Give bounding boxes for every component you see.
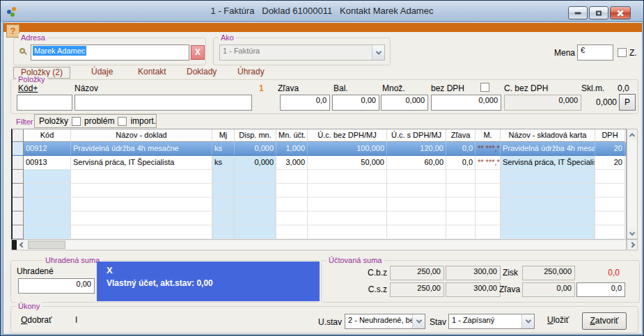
maximize-button[interactable] bbox=[589, 6, 608, 19]
ukony-legend: Úkony bbox=[16, 302, 42, 310]
col-dph[interactable]: DPH bbox=[595, 129, 625, 142]
stav-dropdown-button[interactable] bbox=[521, 314, 534, 328]
col-uc-s-dph[interactable]: Ú.c. s DPH/MJ bbox=[387, 129, 446, 142]
cell-s: 120,00 bbox=[387, 142, 446, 156]
account-x-label: X bbox=[107, 265, 310, 275]
cbz-label: C.b.z bbox=[362, 268, 387, 278]
cell-mj: ks bbox=[212, 142, 235, 156]
mnoz-input[interactable]: 0,000 bbox=[381, 95, 428, 111]
help-button[interactable]: ? bbox=[6, 24, 19, 38]
zisk-label: Zisk bbox=[503, 268, 518, 278]
bezdph-input[interactable]: 0,000 bbox=[431, 95, 501, 111]
tab-uhrady[interactable]: Úhrady bbox=[237, 67, 265, 79]
ulozit-button[interactable]: Uložiť bbox=[547, 315, 569, 325]
splitter-handle[interactable] bbox=[12, 240, 17, 250]
scroll-up-button[interactable] bbox=[627, 129, 637, 140]
cbz-value-1: 250,00 bbox=[390, 266, 444, 280]
window-title: 1 - Faktúra Doklad 61000011 Kontakt Mare… bbox=[1, 6, 643, 16]
minimize-button[interactable] bbox=[568, 6, 588, 19]
table-row-empty[interactable] bbox=[13, 184, 626, 198]
table-header-row: Kód Názov - doklad Mj Disp. mn. Mn. účt.… bbox=[13, 129, 626, 142]
chevron-down-icon bbox=[629, 230, 635, 235]
uhradene-label: Uhradené bbox=[17, 266, 54, 276]
col-uc-bez-dph[interactable]: Ú.c. bez DPH/MJ bbox=[308, 129, 387, 142]
uhradena-legend: Uhradená suma bbox=[43, 256, 102, 264]
zatvorit-button[interactable]: Zatvoriť bbox=[582, 312, 627, 330]
cbezdph-input: 0,000 bbox=[504, 95, 581, 111]
row-selector[interactable] bbox=[13, 156, 24, 170]
z-checkbox[interactable] bbox=[618, 48, 627, 57]
table-row-empty[interactable] bbox=[13, 225, 626, 239]
bezdph-label: bez DPH bbox=[431, 83, 464, 93]
ako-value: 1 - Faktúra bbox=[220, 45, 372, 60]
problem-checkbox[interactable] bbox=[72, 117, 81, 126]
accent-bar bbox=[3, 23, 642, 32]
ako-select[interactable]: 1 - Faktúra bbox=[219, 45, 385, 61]
table-row-empty[interactable] bbox=[13, 170, 626, 184]
bal-input[interactable]: 0,00 bbox=[332, 95, 379, 111]
zlava-edit-input[interactable]: 0,0 bbox=[576, 282, 625, 297]
tab-kontakt[interactable]: Kontakt bbox=[138, 67, 166, 79]
col-nazov-skladova[interactable]: Názov - skladová karta bbox=[501, 129, 595, 142]
row-selector[interactable] bbox=[13, 142, 24, 156]
col-disp-mn[interactable]: Disp. mn. bbox=[235, 129, 276, 142]
mena-input[interactable]: € bbox=[577, 45, 613, 61]
bezdph-checkbox[interactable] bbox=[480, 83, 489, 92]
adresa-selected-text: Marek Adamec bbox=[33, 46, 86, 56]
tab-doklady[interactable]: Doklady bbox=[187, 67, 217, 79]
search-icon[interactable] bbox=[19, 48, 25, 54]
cell-kod: 00913 bbox=[24, 156, 71, 170]
odobrat-button[interactable]: Odobrať bbox=[21, 315, 52, 325]
titlebar[interactable]: 1 - Faktúra Doklad 61000011 Kontakt Mare… bbox=[1, 1, 643, 22]
z-label: Z. bbox=[629, 48, 637, 58]
kod-input[interactable] bbox=[17, 95, 72, 111]
uhradene-input[interactable]: 0,00 bbox=[18, 278, 95, 294]
stav-select[interactable]: 1 - Zapísaný bbox=[448, 314, 535, 329]
table-row[interactable]: 00913 Servisná práca, IT Špecialista ks … bbox=[13, 156, 626, 170]
chevron-left-icon bbox=[19, 242, 25, 248]
p-button[interactable]: P bbox=[619, 94, 636, 111]
clear-adresa-button[interactable]: X bbox=[191, 45, 205, 60]
zlava-sum-value: 0,00 bbox=[522, 282, 575, 297]
col-mn-uct[interactable]: Mn. účt. bbox=[276, 129, 308, 142]
scroll-left-button[interactable] bbox=[17, 240, 28, 250]
row-indicator: 1 bbox=[259, 83, 264, 93]
nazov-label: Názov bbox=[74, 83, 98, 93]
ustav-dropdown-button[interactable] bbox=[412, 314, 425, 328]
ukony-fieldset: Úkony Odobrať I U.stav 2 - Neuhradené, b… bbox=[10, 306, 638, 333]
ustav-select[interactable]: 2 - Neuhradené, be: bbox=[345, 314, 425, 329]
zlava-input[interactable]: 0,0 bbox=[280, 95, 330, 111]
cell-m: ** ***,* bbox=[476, 156, 501, 170]
close-button[interactable] bbox=[610, 6, 631, 19]
invoice-window: 1 - Faktúra Doklad 61000011 Kontakt Mare… bbox=[0, 0, 644, 336]
nazov-input[interactable] bbox=[74, 95, 252, 111]
hscroll-thumb[interactable] bbox=[28, 241, 65, 249]
ako-legend: Ako bbox=[219, 33, 236, 42]
vertical-scrollbar[interactable] bbox=[627, 129, 638, 239]
col-nazov-doklad[interactable]: Názov - doklad bbox=[71, 129, 212, 142]
client-area: ? Adresa Marek Adamec X Ako 1 - Faktúra … bbox=[3, 22, 643, 335]
horizontal-scrollbar[interactable] bbox=[11, 239, 627, 250]
scroll-down-button[interactable] bbox=[627, 228, 637, 239]
cell-disp: 0,000 bbox=[235, 142, 276, 156]
header-selector-cell bbox=[13, 129, 24, 142]
col-zlava[interactable]: Zľava bbox=[446, 129, 476, 142]
table-row-empty[interactable] bbox=[13, 198, 626, 211]
stav-label: Stav bbox=[430, 317, 446, 327]
tab-udaje[interactable]: Údaje bbox=[91, 67, 113, 79]
cell-disp: 0,000 bbox=[235, 156, 276, 170]
maximize-icon bbox=[596, 10, 602, 15]
import-checkbox[interactable] bbox=[118, 117, 127, 126]
adresa-input[interactable]: Marek Adamec bbox=[31, 45, 189, 61]
table-row[interactable]: 00912 Pravidelná údržba 4h mesačne ks 0,… bbox=[13, 142, 626, 156]
cell-bez: 50,000 bbox=[308, 156, 387, 170]
col-m[interactable]: M. bbox=[476, 129, 501, 142]
col-kod[interactable]: Kód bbox=[24, 129, 71, 142]
csz-value-2: 300,00 bbox=[446, 282, 501, 297]
zisk-value: 250,000 bbox=[522, 266, 575, 280]
scroll-right-button[interactable] bbox=[627, 239, 638, 250]
chevron-down-icon bbox=[525, 317, 531, 323]
ako-dropdown-button[interactable] bbox=[372, 45, 384, 60]
table-row-empty[interactable] bbox=[13, 211, 626, 225]
col-mj[interactable]: Mj bbox=[212, 129, 235, 142]
